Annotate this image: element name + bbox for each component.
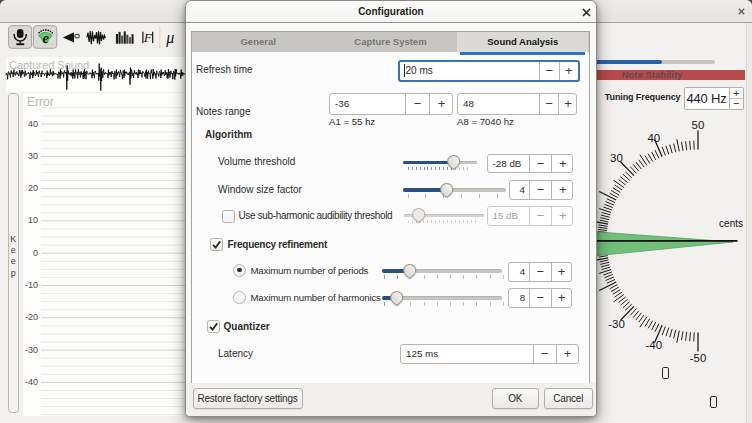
svg-text:μ: μ (165, 29, 174, 47)
svg-text:-50: -50 (690, 352, 707, 364)
svg-text:e: e (42, 29, 49, 45)
svg-text:50: 50 (692, 119, 705, 131)
svg-text:40: 40 (647, 132, 660, 144)
svg-text:-30: -30 (608, 318, 625, 330)
svg-text:F: F (143, 30, 153, 45)
svg-text:cents: cents (719, 218, 743, 229)
svg-text:30: 30 (610, 152, 623, 164)
svg-text:-40: -40 (645, 339, 662, 351)
